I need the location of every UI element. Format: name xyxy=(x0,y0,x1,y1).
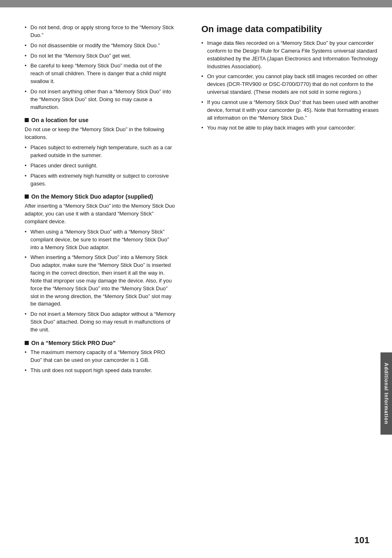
section-heading-pro: On a “Memory Stick PRO Duo” xyxy=(25,340,177,346)
adaptor-bullet-list: When using a “Memory Stick Duo” with a “… xyxy=(25,228,177,334)
list-item: When using a “Memory Stick Duo” with a “… xyxy=(25,228,177,252)
section-square-icon xyxy=(25,341,29,345)
right-column: On image data compatibility Image data f… xyxy=(189,20,392,382)
list-item: Places subject to extremely high tempera… xyxy=(25,144,177,160)
list-item: Places with extremely high humidity or s… xyxy=(25,172,177,188)
left-column: Do not bend, drop or apply strong force … xyxy=(0,20,189,382)
large-heading: On image data compatibility xyxy=(201,24,384,35)
list-item: Do not insert anything other than a “Mem… xyxy=(25,88,177,111)
list-item: Do not bend, drop or apply strong force … xyxy=(25,24,177,39)
page-number: 101 xyxy=(354,535,369,546)
location-intro: Do not use or keep the “Memory Stick Duo… xyxy=(25,126,177,141)
content-area: Do not bend, drop or apply strong force … xyxy=(0,7,392,394)
section-heading-text: On a location for use xyxy=(31,117,88,123)
compat-bullet-list: Image data files recorded on a “Memory S… xyxy=(201,39,384,132)
page-container: Do not bend, drop or apply strong force … xyxy=(0,0,392,558)
top-bar xyxy=(0,0,392,7)
list-item: If you cannot use a “Memory Stick Duo” t… xyxy=(201,99,384,122)
location-bullet-list: Places subject to extremely high tempera… xyxy=(25,144,177,188)
adaptor-intro: After inserting a “Memory Stick Duo” int… xyxy=(25,202,177,226)
list-item: Image data files recorded on a “Memory S… xyxy=(201,39,384,70)
list-item: You may not be able to play back images … xyxy=(201,124,384,132)
sidebar-tab: Additional Information xyxy=(380,352,392,435)
list-item: The maximum memory capacity of a “Memory… xyxy=(25,349,177,364)
list-item: Be careful to keep “Memory Stick Duo” me… xyxy=(25,62,177,86)
list-item: Do not insert a Memory Stick Duo adaptor… xyxy=(25,310,177,334)
list-item: On your camcorder, you cannot play back … xyxy=(201,73,384,96)
section-square-icon xyxy=(25,118,29,122)
list-item: Do not let the “Memory Stick Duo” get we… xyxy=(25,52,177,60)
list-item: Places under direct sunlight. xyxy=(25,162,177,170)
list-item: Do not disassemble or modify the “Memory… xyxy=(25,42,177,50)
section-heading-text: On a “Memory Stick PRO Duo” xyxy=(31,340,115,346)
section-heading-text: On the Memory Stick Duo adaptor (supplie… xyxy=(31,193,153,200)
intro-bullet-list: Do not bend, drop or apply strong force … xyxy=(25,24,177,111)
section-heading-adaptor: On the Memory Stick Duo adaptor (supplie… xyxy=(25,193,177,200)
list-item: When inserting a “Memory Stick Duo” into… xyxy=(25,254,177,308)
list-item: This unit does not support high speed da… xyxy=(25,367,177,375)
section-heading-location: On a location for use xyxy=(25,117,177,123)
pro-bullet-list: The maximum memory capacity of a “Memory… xyxy=(25,349,177,375)
sidebar-label: Additional Information xyxy=(383,363,389,424)
section-square-icon xyxy=(25,194,29,199)
